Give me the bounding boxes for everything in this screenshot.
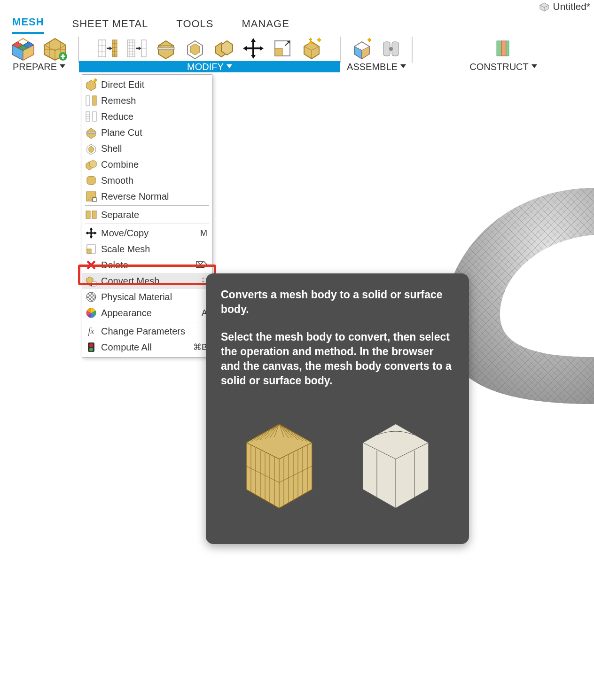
insert-mesh-icon[interactable] <box>42 36 68 61</box>
svg-rect-62 <box>93 198 96 202</box>
scale-icon <box>85 243 97 255</box>
svg-rect-47 <box>506 41 509 56</box>
menu-label: Smooth <box>101 175 207 186</box>
menu-compute-all[interactable]: Compute All ⌘B <box>82 339 212 355</box>
more-options-icon[interactable]: ⋮ <box>188 280 207 282</box>
svg-marker-31 <box>260 46 264 51</box>
menu-shortcut: ⌘B <box>188 342 207 352</box>
menu-label: Reduce <box>101 111 207 122</box>
menu-scale-mesh[interactable]: Scale Mesh <box>82 241 212 257</box>
construct-plane-icon[interactable] <box>492 37 515 60</box>
prepare-dropdown[interactable]: PREPARE <box>13 61 65 72</box>
menu-label: Physical Material <box>101 292 207 303</box>
svg-rect-63 <box>86 211 90 218</box>
menu-move-copy[interactable]: Move/Copy M <box>82 225 212 241</box>
modify-menu: Direct Edit Remesh Reduce Plane Cut Shel… <box>82 74 212 358</box>
document-icon <box>538 1 550 12</box>
menu-smooth[interactable]: Smooth <box>82 172 212 188</box>
combine-icon[interactable] <box>213 37 235 60</box>
svg-point-76 <box>86 292 96 302</box>
menu-label: Delete <box>101 260 185 271</box>
menu-label: Convert Mesh <box>101 276 185 287</box>
menu-reduce[interactable]: Reduce <box>82 109 212 124</box>
menu-reverse-normal[interactable]: Reverse Normal <box>82 188 212 204</box>
svg-rect-50 <box>86 96 90 105</box>
combine-icon <box>85 158 97 171</box>
menu-combine[interactable]: Combine <box>82 156 212 172</box>
move-icon <box>85 227 97 239</box>
menu-label: Plane Cut <box>101 127 207 138</box>
menu-convert-mesh[interactable]: Convert Mesh ⋮ <box>82 273 212 289</box>
reduce-icon[interactable] <box>125 37 148 60</box>
reduce-icon <box>85 110 97 123</box>
svg-rect-43 <box>392 42 399 56</box>
menu-shell[interactable]: Shell <box>82 140 212 156</box>
new-component-icon[interactable] <box>351 37 373 60</box>
menu-separator <box>85 205 209 206</box>
tessellate-icon[interactable] <box>10 36 36 61</box>
separate-icon <box>85 209 97 221</box>
menu-change-parameters[interactable]: fx Change Parameters <box>82 323 212 339</box>
plane-cut-icon[interactable] <box>155 37 177 60</box>
reverse-normal-icon <box>85 190 97 202</box>
ribbon: PREPARE <box>0 36 594 74</box>
menu-label: Combine <box>101 159 207 170</box>
menu-label: Remesh <box>101 95 207 106</box>
svg-marker-67 <box>86 232 88 234</box>
tab-sheet-metal[interactable]: SHEET METAL <box>72 18 148 34</box>
convert-mesh-icon[interactable] <box>300 37 323 60</box>
menu-delete[interactable]: Delete ⌦ <box>82 257 212 273</box>
svg-rect-33 <box>275 48 282 56</box>
menu-remesh[interactable]: Remesh <box>82 93 212 109</box>
convert-mesh-icon <box>85 275 97 287</box>
menu-separate[interactable]: Separate <box>82 207 212 223</box>
parameters-icon: fx <box>85 325 97 337</box>
menu-label: Separate <box>101 210 207 220</box>
menu-plane-cut[interactable]: Plane Cut <box>82 124 212 140</box>
tab-mesh[interactable]: MESH <box>12 16 44 34</box>
remesh-icon[interactable] <box>96 37 119 60</box>
svg-marker-27 <box>221 41 233 55</box>
modify-dropdown[interactable]: MODIFY <box>79 61 340 72</box>
tooltip-title: Converts a mesh body to a solid or surfa… <box>221 288 454 317</box>
ribbon-group-assemble: ASSEMBLE <box>341 36 412 74</box>
svg-point-79 <box>89 343 93 347</box>
menu-label: Direct Edit <box>101 79 207 90</box>
svg-rect-70 <box>87 249 91 253</box>
menu-label: Scale Mesh <box>101 244 207 255</box>
construct-dropdown[interactable]: CONSTRUCT <box>469 61 537 72</box>
menu-label: Shell <box>101 143 207 154</box>
tooltip-illustration <box>221 405 454 522</box>
menu-appearance[interactable]: Appearance A <box>82 305 212 321</box>
compute-all-icon <box>85 341 97 353</box>
tab-tools[interactable]: TOOLS <box>176 18 213 34</box>
mesh-cube-illustration <box>227 405 331 522</box>
svg-marker-16 <box>109 47 112 50</box>
svg-marker-68 <box>94 232 97 234</box>
assemble-dropdown[interactable]: ASSEMBLE <box>347 61 406 72</box>
delete-icon <box>85 259 97 271</box>
svg-rect-72 <box>92 281 96 286</box>
menu-physical-material[interactable]: Physical Material <box>82 289 212 305</box>
solid-cube-illustration <box>344 405 447 522</box>
svg-point-80 <box>89 348 93 351</box>
move-icon[interactable] <box>242 37 265 60</box>
menu-shortcut: M <box>188 228 207 238</box>
svg-rect-23 <box>157 47 174 49</box>
shell-icon[interactable] <box>184 37 206 60</box>
ribbon-group-construct: CONSTRUCT <box>413 36 594 74</box>
svg-rect-42 <box>383 42 390 56</box>
tab-manage[interactable]: MANAGE <box>242 18 289 34</box>
scale-mesh-icon[interactable] <box>271 37 294 60</box>
workspace-tabstrip: MESH SHEET METAL TOOLS MANAGE <box>0 14 594 34</box>
tooltip-description: Select the mesh body to convert, then se… <box>221 330 454 388</box>
svg-rect-55 <box>86 132 96 133</box>
joint-icon[interactable] <box>380 37 402 60</box>
direct-edit-icon <box>85 78 97 91</box>
menu-label: Change Parameters <box>101 326 207 337</box>
svg-rect-45 <box>497 41 501 56</box>
document-title: Untitled* <box>553 1 590 12</box>
menu-separator <box>85 224 209 224</box>
remesh-icon <box>85 94 97 107</box>
menu-direct-edit[interactable]: Direct Edit <box>82 77 212 93</box>
